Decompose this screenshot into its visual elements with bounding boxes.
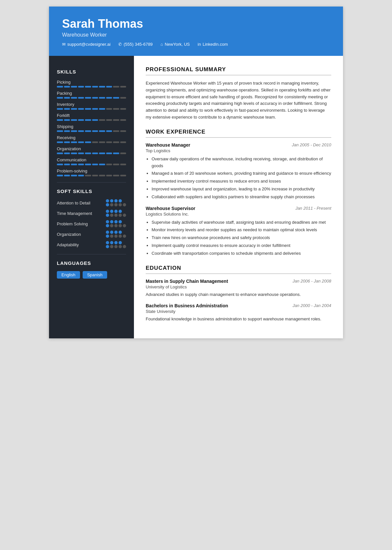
edu-school: University of Logistics xyxy=(146,284,331,289)
candidate-title: Warehouse Worker xyxy=(62,32,330,38)
skill-segment xyxy=(57,141,63,143)
job-entry: Warehouse SupervisorJan 2011 - PresentLo… xyxy=(146,206,331,257)
job-title: Warehouse Supervisor xyxy=(146,206,195,211)
dot xyxy=(110,241,113,244)
skill-segment xyxy=(99,130,105,132)
skill-segment xyxy=(92,164,98,165)
dot xyxy=(119,199,122,202)
experience-section-title: WORK EXPERIENCE xyxy=(146,129,331,138)
skill-segment xyxy=(57,153,63,154)
dot xyxy=(106,241,109,244)
email-contact: ✉ support@cvdesigner.ai xyxy=(62,42,110,47)
skill-segment xyxy=(78,164,84,165)
skill-segment xyxy=(113,130,119,132)
skill-segment xyxy=(92,97,98,99)
dot xyxy=(119,210,122,213)
bullet-item: Collaborated with suppliers and logistic… xyxy=(152,194,331,201)
dot xyxy=(106,214,109,217)
contact-bar: ✉ support@cvdesigner.ai ✆ (555) 345-6789… xyxy=(62,42,330,47)
skill-segment xyxy=(106,119,112,121)
skill-segment xyxy=(99,119,105,121)
skill-segment xyxy=(106,86,112,88)
header-section: Sarah Thomas Warehouse Worker ✉ support@… xyxy=(49,7,343,56)
skill-bar xyxy=(57,86,126,88)
skill-segment xyxy=(64,164,70,165)
language-tag[interactable]: Spanish xyxy=(83,271,107,279)
skill-segment xyxy=(120,119,126,121)
language-tag[interactable]: English xyxy=(57,271,80,279)
dot xyxy=(114,220,118,223)
skill-segment xyxy=(92,141,98,143)
skill-segment xyxy=(113,108,119,110)
job-header: Warehouse SupervisorJan 2011 - Present xyxy=(146,206,331,211)
skill-segment xyxy=(85,175,91,176)
soft-skill-name: Time Management xyxy=(57,211,92,216)
skill-bar xyxy=(57,130,126,132)
dot-container xyxy=(106,241,126,248)
skill-segment xyxy=(106,164,112,165)
skill-item: Shipping xyxy=(57,124,126,132)
soft-skill-name: Problem Solving xyxy=(57,221,88,226)
skill-bar xyxy=(57,108,126,110)
languages-section-title: LANGUAGES xyxy=(57,260,126,266)
job-dates: Jan 2011 - Present xyxy=(295,206,331,211)
skill-segment xyxy=(85,108,91,110)
bullet-item: Monitor inventory levels and reorder sup… xyxy=(152,227,331,234)
soft-skill-name: Adaptability xyxy=(57,242,79,247)
skill-segment xyxy=(113,164,119,165)
candidate-name: Sarah Thomas xyxy=(62,17,330,31)
dot xyxy=(114,235,118,238)
jobs-list: Warehouse ManagerJan 2005 - Dec 2010Top … xyxy=(146,142,331,257)
soft-skill-item: Attention to Detail xyxy=(57,199,126,206)
dot xyxy=(106,235,109,238)
skill-bar xyxy=(57,119,126,121)
skill-segment xyxy=(71,108,77,110)
dot xyxy=(110,224,113,227)
skill-segment xyxy=(113,97,119,99)
dots-line xyxy=(106,220,122,223)
summary-section-title: PROFESSIONAL SUMMARY xyxy=(146,66,331,75)
skill-segment xyxy=(71,130,77,132)
dot xyxy=(114,199,118,202)
skill-name: Receiving xyxy=(57,135,126,140)
bullet-item: Implement quality control measures to en… xyxy=(152,242,331,249)
dot xyxy=(106,224,109,227)
skill-segment xyxy=(57,108,63,110)
skill-segment xyxy=(71,119,77,121)
dot xyxy=(119,245,122,248)
bullet-item: Supervise daily activities of warehouse … xyxy=(152,219,331,226)
skill-segment xyxy=(92,153,98,154)
bullet-item: Coordinate with transportation companies… xyxy=(152,250,331,257)
skill-name: Inventory xyxy=(57,102,126,107)
skill-segment xyxy=(78,141,84,143)
skill-segment xyxy=(57,86,63,88)
skill-segment xyxy=(92,130,98,132)
skill-segment xyxy=(71,175,77,176)
skill-segment xyxy=(57,130,63,132)
skill-segment xyxy=(99,86,105,88)
dots-line xyxy=(106,235,126,238)
skill-item: Inventory xyxy=(57,102,126,110)
dot xyxy=(110,199,113,202)
skill-segment xyxy=(106,141,112,143)
skill-segment xyxy=(57,97,63,99)
skill-item: Picking xyxy=(57,80,126,88)
job-bullets: Supervise daily activities of warehouse … xyxy=(146,219,331,257)
skill-segment xyxy=(106,108,112,110)
job-bullets: Oversaw daily operations of the warehous… xyxy=(146,156,331,201)
skill-bar xyxy=(57,175,126,176)
skill-segment xyxy=(99,164,105,165)
edu-description: Advanced studies in supply chain managem… xyxy=(146,291,331,298)
dots-line xyxy=(106,224,126,227)
bullet-item: Improved warehouse layout and organizati… xyxy=(152,186,331,193)
skill-segment xyxy=(64,141,70,143)
edu-dates: Jan 2006 - Jan 2008 xyxy=(292,279,331,283)
dot xyxy=(106,210,109,213)
phone-icon: ✆ xyxy=(118,42,122,47)
skill-segment xyxy=(85,119,91,121)
dot xyxy=(119,224,122,227)
skill-item: Packing xyxy=(57,91,126,99)
dot xyxy=(114,241,118,244)
dot xyxy=(106,245,109,248)
dot xyxy=(110,210,113,213)
